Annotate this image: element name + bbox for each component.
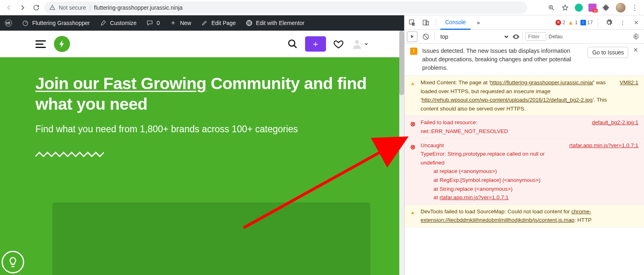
extension-loom-icon[interactable]: 1h (588, 4, 597, 12)
user-icon (351, 38, 363, 50)
bookmark-star-icon[interactable] (561, 4, 569, 12)
console-row[interactable]: DevTools failed to load SourceMap: Could… (405, 205, 644, 227)
console-source-link[interactable]: default_bg2-2.jpg:1 (592, 118, 638, 127)
console-row[interactable]: Mixed Content: The page at 'https://flut… (405, 76, 644, 116)
help-bubble[interactable] (2, 251, 24, 273)
hero-title: Join our Fast Growing Community and find… (35, 73, 369, 115)
console-body: ! Issues detected. The new Issues tab di… (405, 44, 644, 275)
profile-avatar[interactable] (616, 3, 625, 12)
site-search-icon[interactable] (287, 39, 298, 49)
error-icon (410, 119, 417, 129)
site-header: ＋ (0, 31, 404, 57)
forward-button[interactable] (17, 2, 28, 13)
console-settings-gear-icon[interactable] (630, 31, 642, 43)
chrome-toolbar-icons: 1h ⋮ (547, 3, 641, 12)
website-viewport: ＋ Join our Fast Growing Community and fi… (0, 31, 404, 275)
extensions-icon[interactable] (602, 4, 610, 12)
plus-icon: + (169, 19, 177, 27)
back-button[interactable] (3, 2, 14, 13)
console-link[interactable]: http://rehub.wpsoul.com/wp-content/uploa… (422, 97, 593, 103)
wp-logo[interactable] (0, 15, 17, 31)
zoom-icon[interactable] (547, 4, 555, 12)
tab-console[interactable]: Console (440, 15, 471, 30)
extension-grammarly-icon[interactable] (575, 4, 583, 12)
warning-count[interactable]: ▲1 (568, 19, 578, 26)
comment-icon (146, 19, 153, 27)
url-text: fluttering-grasshopper.jurassic.ninja (94, 4, 182, 11)
issues-text: Issues detected. The new Issues tab disp… (422, 47, 583, 72)
address-bar[interactable]: Not secure | fluttering-grasshopper.jura… (44, 2, 527, 14)
devtools-panel: Console » ×2 ▲1 i17 ⋮ ✕ top Defau ! Issu… (404, 15, 644, 275)
hero-card (52, 202, 370, 275)
lightbulb-icon (7, 256, 19, 268)
wp-comments[interactable]: 0 (141, 15, 165, 31)
wp-new[interactable]: + New (165, 15, 196, 31)
svg-rect-6 (249, 23, 251, 23)
security-label: Not secure (59, 4, 86, 11)
add-button[interactable]: ＋ (305, 36, 326, 52)
console-source-link[interactable]: rtafar.app.min.js?ver=1.0.7:1 (570, 141, 638, 150)
clear-console-icon[interactable] (420, 31, 432, 43)
svg-rect-7 (249, 24, 251, 25)
wp-edit-elementor[interactable]: Edit with Elementor (241, 15, 310, 31)
wishlist-icon[interactable] (333, 39, 344, 49)
wp-customize[interactable]: Customize (95, 15, 141, 31)
chrome-menu-icon[interactable]: ⋮ (631, 3, 638, 12)
console-link[interactable]: https://fluttering-grasshopper.jurassic.… (490, 79, 594, 85)
devtools-tabs: Console » ×2 ▲1 i17 ⋮ ✕ (405, 15, 644, 30)
wp-site-link[interactable]: Fluttering Grasshopper (17, 15, 95, 31)
live-expression-eye-icon[interactable] (512, 33, 520, 41)
svg-point-15 (635, 35, 636, 37)
context-selector[interactable]: top (437, 32, 510, 41)
svg-rect-5 (249, 21, 251, 22)
hero-section: Join our Fast Growing Community and find… (0, 57, 404, 275)
console-row[interactable]: Failed to load resource: net::ERR_NAME_N… (405, 116, 644, 138)
pencil-icon (201, 19, 208, 27)
svg-point-10 (355, 40, 359, 44)
plus-icon: ＋ (311, 38, 320, 50)
bolt-icon (58, 40, 66, 48)
browser-chrome-bar: Not secure | fluttering-grasshopper.jura… (0, 0, 644, 15)
more-tabs-icon[interactable]: » (472, 17, 484, 29)
inspect-element-icon[interactable] (406, 17, 418, 29)
device-toggle-icon[interactable] (420, 17, 432, 29)
warning-icon (410, 208, 417, 217)
devtools-kebab-icon[interactable]: ⋮ (617, 17, 629, 29)
issues-banner: ! Issues detected. The new Issues tab di… (405, 44, 644, 76)
brush-icon (99, 19, 107, 27)
page-scrollbar[interactable] (399, 31, 404, 275)
error-count[interactable]: ×2 (555, 19, 565, 25)
svg-rect-13 (426, 21, 429, 25)
svg-rect-12 (423, 20, 427, 25)
elementor-icon (246, 19, 253, 27)
chevron-down-icon (364, 42, 369, 46)
hero-subtitle: Find what you need from 1,800+ brands ac… (35, 124, 369, 135)
svg-rect-4 (248, 21, 248, 25)
issues-warning-icon: ! (410, 48, 417, 55)
devtools-close-icon[interactable]: ✕ (630, 17, 642, 29)
site-logo[interactable] (54, 36, 70, 52)
console-sidebar-toggle[interactable] (407, 31, 417, 42)
console-link[interactable]: rtafar.app.min.js?ver=1.0.7:1 (440, 194, 508, 200)
settings-gear-icon[interactable] (603, 17, 615, 29)
menu-toggle[interactable] (35, 40, 46, 48)
go-to-issues-button[interactable]: Go to Issues (588, 47, 628, 58)
account-menu[interactable] (351, 38, 369, 50)
wp-edit-page[interactable]: Edit Page (196, 15, 241, 31)
warning-icon (410, 79, 417, 88)
console-source-link[interactable]: VM82:1 (619, 78, 638, 87)
gauge-icon (22, 19, 29, 27)
console-row[interactable]: Uncaught TypeError: String.prototype.rep… (405, 139, 644, 205)
console-toolbar: top Defau (405, 30, 644, 44)
svg-point-9 (289, 40, 295, 46)
not-secure-icon (49, 4, 56, 11)
zigzag-divider (35, 152, 369, 158)
issues-close-icon[interactable]: ✕ (633, 47, 638, 53)
console-filter-input[interactable] (525, 32, 546, 41)
log-levels-dropdown[interactable]: Defau (549, 33, 563, 40)
error-icon (410, 142, 417, 152)
wordpress-icon (5, 19, 12, 27)
reload-button[interactable] (31, 2, 42, 13)
info-count[interactable]: i17 (580, 19, 593, 25)
